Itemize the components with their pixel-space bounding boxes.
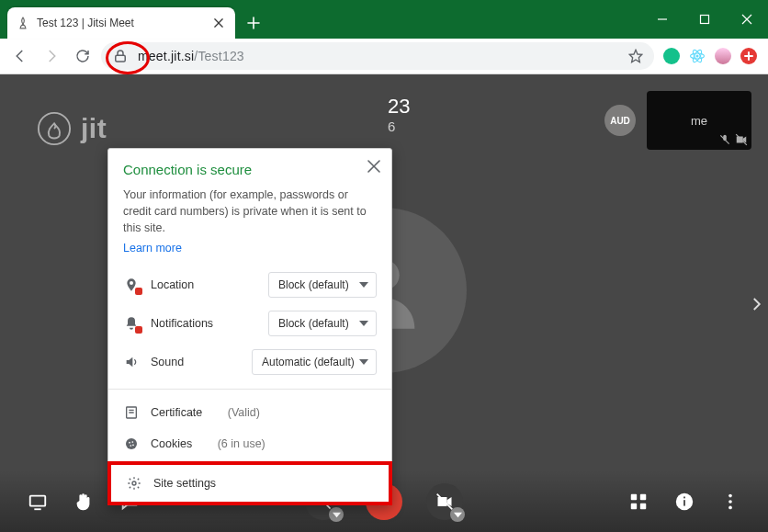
close-window-button[interactable] (726, 0, 768, 39)
svg-point-18 (728, 500, 732, 504)
tab-title: Test 123 | Jitsi Meet (37, 17, 204, 29)
svg-point-21 (126, 438, 137, 449)
jitsi-logo: jit (37, 111, 107, 146)
reload-button[interactable] (70, 43, 96, 69)
url-host: meet.jit.si (138, 49, 194, 63)
cookies-status: (6 in use) (218, 437, 265, 450)
svg-marker-2 (629, 50, 641, 62)
certificate-row[interactable]: Certificate (Valid) (108, 397, 391, 428)
learn-more-link[interactable]: Learn more (123, 242, 182, 255)
info-button[interactable] (674, 492, 695, 512)
cookies-row[interactable]: Cookies (6 in use) (108, 428, 391, 459)
site-meta-list: Certificate (Valid) Cookies (6 in use) (108, 395, 391, 461)
permission-sound-select[interactable]: Automatic (default) (252, 349, 377, 375)
self-label: me (691, 114, 707, 128)
extension-devtools-icon[interactable] (689, 48, 706, 64)
svg-point-22 (129, 442, 130, 444)
svg-rect-16 (683, 497, 685, 499)
screen-share-button[interactable] (28, 492, 48, 512)
tab-close-button[interactable] (211, 16, 226, 30)
site-settings-row[interactable]: Site settings (111, 465, 389, 502)
bookmark-star-icon[interactable] (628, 49, 643, 63)
svg-point-17 (728, 494, 732, 498)
browser-toolbar: meet.jit.si/Test123 (0, 39, 768, 74)
browser-tab[interactable]: Test 123 | Jitsi Meet (7, 7, 235, 39)
permission-notifications: Notifications Block (default) (108, 304, 391, 343)
url-path: /Test123 (194, 49, 244, 63)
window-titlebar: Test 123 | Jitsi Meet (0, 0, 768, 39)
camera-options-chevron-icon[interactable] (450, 507, 465, 522)
permission-sound-label: Sound (151, 356, 241, 368)
forward-button[interactable] (39, 43, 64, 69)
back-button[interactable] (7, 43, 33, 69)
self-video-tile[interactable]: me (647, 91, 751, 150)
permission-location-label: Location (151, 278, 257, 291)
svg-point-19 (728, 506, 732, 510)
certificate-status: (Valid) (228, 406, 260, 419)
raise-hand-button[interactable] (73, 492, 94, 512)
cookies-icon (123, 436, 140, 451)
extension-red-icon[interactable] (740, 48, 757, 64)
camera-off-icon (735, 133, 748, 146)
participant-tiles: AUD me (604, 91, 751, 150)
permission-sound: Sound Automatic (default) (108, 343, 391, 381)
extension-row (660, 48, 761, 64)
svg-rect-0 (701, 16, 709, 24)
annotation-site-settings-highlight: Site settings (107, 461, 392, 505)
minimize-button[interactable] (641, 0, 683, 39)
svg-point-25 (132, 445, 134, 447)
panel-title: Connection is secure (123, 162, 377, 177)
sound-icon (123, 355, 140, 369)
svg-point-26 (132, 481, 136, 485)
certificate-icon (123, 405, 140, 420)
svg-rect-12 (631, 504, 637, 509)
url-text: meet.jit.si/Test123 (138, 49, 619, 63)
more-actions-button[interactable] (720, 492, 740, 512)
permission-list: Location Block (default) Notifications B… (108, 260, 391, 383)
certificate-label: Certificate (151, 406, 202, 419)
jitsi-logo-text: jit (81, 113, 107, 144)
svg-point-3 (696, 55, 699, 58)
panel-close-button[interactable] (364, 156, 384, 176)
expand-panel-button[interactable] (748, 296, 764, 312)
profile-avatar-icon[interactable] (715, 48, 731, 64)
window-controls (641, 0, 768, 39)
cookies-label: Cookies (151, 437, 192, 450)
meeting-title-fragment: 23 (388, 95, 410, 119)
svg-rect-1 (116, 55, 126, 62)
mic-options-chevron-icon[interactable] (329, 507, 344, 522)
lock-icon[interactable] (112, 48, 129, 64)
svg-point-23 (131, 442, 133, 444)
permission-notifications-label: Notifications (151, 317, 257, 330)
panel-description: Your information (for example, passwords… (123, 187, 377, 236)
permission-location: Location Block (default) (108, 266, 391, 304)
tab-favicon-icon (17, 17, 29, 29)
extension-grammarly-icon[interactable] (663, 48, 680, 64)
address-bar[interactable]: meet.jit.si/Test123 (101, 42, 654, 70)
gear-icon (126, 476, 142, 491)
svg-point-24 (130, 446, 131, 447)
location-icon (123, 277, 140, 292)
svg-rect-13 (640, 504, 646, 509)
notifications-icon (123, 316, 140, 331)
meeting-header: 23 6 (388, 95, 410, 134)
permission-location-select[interactable]: Block (default) (268, 272, 377, 298)
maximize-button[interactable] (683, 0, 726, 39)
permission-notifications-select[interactable]: Block (default) (268, 311, 377, 336)
jitsi-flame-icon (37, 111, 72, 146)
svg-rect-15 (683, 500, 685, 505)
svg-rect-9 (30, 496, 46, 506)
svg-rect-10 (631, 494, 637, 500)
meet-stage: jit 23 6 AUD me (0, 74, 768, 532)
site-settings-label: Site settings (153, 477, 216, 490)
new-tab-button[interactable] (241, 10, 266, 36)
tab-strip: Test 123 | Jitsi Meet (0, 0, 266, 39)
svg-rect-11 (640, 494, 646, 500)
participant-aud-badge[interactable]: AUD (604, 105, 636, 136)
mic-muted-icon (718, 133, 731, 146)
site-info-panel: Connection is secure Your information (f… (107, 148, 392, 505)
meeting-subtitle-fragment: 6 (388, 119, 410, 134)
tile-view-button[interactable] (628, 492, 649, 512)
camera-button[interactable] (426, 483, 463, 520)
